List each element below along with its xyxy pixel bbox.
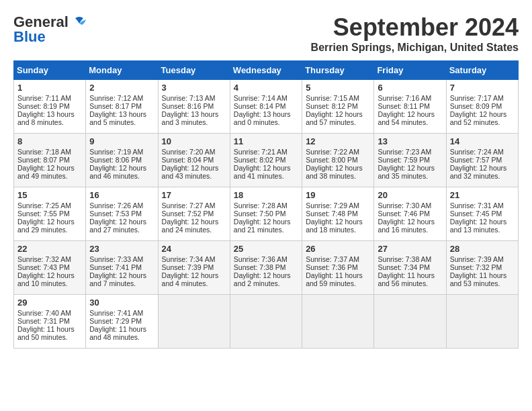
calendar-cell: 9Sunrise: 7:19 AMSunset: 8:06 PMDaylight… <box>86 134 158 187</box>
calendar-cell: 6Sunrise: 7:16 AMSunset: 8:11 PMDaylight… <box>374 80 446 134</box>
day-number: 28 <box>450 244 515 254</box>
page-header: General Blue September 2024 Berrien Spri… <box>13 13 519 54</box>
calendar-cell: 22Sunrise: 7:32 AMSunset: 7:43 PMDayligh… <box>14 241 86 295</box>
daylight-text: Daylight: 12 hours and 54 minutes. <box>378 110 442 126</box>
daylight-text: Daylight: 12 hours and 10 minutes. <box>17 271 82 287</box>
calendar-cell: 21Sunrise: 7:31 AMSunset: 7:45 PMDayligh… <box>446 187 518 241</box>
calendar-header-day: Friday <box>374 61 446 80</box>
sunset-text: Sunset: 7:52 PM <box>162 210 226 218</box>
daylight-text: Daylight: 13 hours and 3 minutes. <box>162 110 226 126</box>
calendar-header-day: Tuesday <box>158 61 230 80</box>
sunset-text: Sunset: 7:53 PM <box>89 210 154 218</box>
sunset-text: Sunset: 7:45 PM <box>450 210 515 218</box>
sunset-text: Sunset: 7:50 PM <box>234 210 298 218</box>
day-number: 21 <box>450 190 515 200</box>
daylight-text: Daylight: 12 hours and 7 minutes. <box>89 271 154 287</box>
calendar-week-row: 22Sunrise: 7:32 AMSunset: 7:43 PMDayligh… <box>14 241 519 295</box>
calendar-cell: 19Sunrise: 7:29 AMSunset: 7:48 PMDayligh… <box>302 187 374 241</box>
sunrise-text: Sunrise: 7:40 AM <box>17 309 82 317</box>
daylight-text: Daylight: 12 hours and 41 minutes. <box>234 164 298 180</box>
day-number: 26 <box>306 244 370 254</box>
sunset-text: Sunset: 8:16 PM <box>162 102 226 110</box>
calendar-cell: 24Sunrise: 7:34 AMSunset: 7:39 PMDayligh… <box>158 241 230 295</box>
daylight-text: Daylight: 12 hours and 52 minutes. <box>450 110 515 126</box>
calendar-cell: 15Sunrise: 7:25 AMSunset: 7:55 PMDayligh… <box>14 187 86 241</box>
sunset-text: Sunset: 7:34 PM <box>378 263 442 271</box>
daylight-text: Daylight: 12 hours and 49 minutes. <box>17 164 82 180</box>
sunrise-text: Sunrise: 7:27 AM <box>162 201 226 210</box>
day-number: 19 <box>306 190 370 200</box>
calendar-cell: 29Sunrise: 7:40 AMSunset: 7:31 PMDayligh… <box>14 295 86 349</box>
day-number: 8 <box>17 136 82 146</box>
sunset-text: Sunset: 8:06 PM <box>89 156 154 164</box>
calendar-cell: 13Sunrise: 7:23 AMSunset: 7:59 PMDayligh… <box>374 134 446 187</box>
sunrise-text: Sunrise: 7:28 AM <box>234 201 298 210</box>
sunset-text: Sunset: 8:14 PM <box>234 102 298 110</box>
day-number: 25 <box>234 244 298 254</box>
logo: General Blue <box>13 13 89 46</box>
day-number: 7 <box>450 83 515 93</box>
logo-blue: Blue <box>13 28 46 46</box>
day-number: 24 <box>162 244 226 254</box>
calendar-cell <box>446 295 518 349</box>
daylight-text: Daylight: 12 hours and 32 minutes. <box>450 164 515 180</box>
calendar-cell: 26Sunrise: 7:37 AMSunset: 7:36 PMDayligh… <box>302 241 374 295</box>
sunrise-text: Sunrise: 7:11 AM <box>17 94 82 102</box>
sunrise-text: Sunrise: 7:12 AM <box>89 94 154 102</box>
sunrise-text: Sunrise: 7:33 AM <box>89 255 154 263</box>
daylight-text: Daylight: 11 hours and 56 minutes. <box>378 271 442 287</box>
calendar-week-row: 8Sunrise: 7:18 AMSunset: 8:07 PMDaylight… <box>14 134 519 187</box>
sunrise-text: Sunrise: 7:16 AM <box>378 94 442 102</box>
sunrise-text: Sunrise: 7:17 AM <box>450 94 515 102</box>
sunrise-text: Sunrise: 7:19 AM <box>89 148 154 156</box>
calendar-cell: 14Sunrise: 7:24 AMSunset: 7:57 PMDayligh… <box>446 134 518 187</box>
calendar-cell: 18Sunrise: 7:28 AMSunset: 7:50 PMDayligh… <box>230 187 302 241</box>
calendar-header-row: SundayMondayTuesdayWednesdayThursdayFrid… <box>14 61 519 80</box>
day-number: 2 <box>89 83 154 93</box>
sunrise-text: Sunrise: 7:38 AM <box>378 255 442 263</box>
daylight-text: Daylight: 13 hours and 5 minutes. <box>89 110 154 126</box>
sunrise-text: Sunrise: 7:41 AM <box>89 309 154 317</box>
daylight-text: Daylight: 12 hours and 4 minutes. <box>162 271 226 287</box>
calendar-cell: 8Sunrise: 7:18 AMSunset: 8:07 PMDaylight… <box>14 134 86 187</box>
daylight-text: Daylight: 11 hours and 59 minutes. <box>306 271 370 287</box>
daylight-text: Daylight: 12 hours and 18 minutes. <box>306 218 370 234</box>
daylight-text: Daylight: 12 hours and 35 minutes. <box>378 164 442 180</box>
sunrise-text: Sunrise: 7:14 AM <box>234 94 298 102</box>
calendar-header-day: Thursday <box>302 61 374 80</box>
sunrise-text: Sunrise: 7:22 AM <box>306 148 370 156</box>
sunset-text: Sunset: 7:46 PM <box>378 210 442 218</box>
daylight-text: Daylight: 12 hours and 2 minutes. <box>234 271 298 287</box>
calendar-header-day: Sunday <box>14 61 86 80</box>
day-number: 12 <box>306 136 370 146</box>
calendar-cell: 12Sunrise: 7:22 AMSunset: 8:00 PMDayligh… <box>302 134 374 187</box>
day-number: 14 <box>450 136 515 146</box>
location-title: Berrien Springs, Michigan, United States <box>311 42 519 54</box>
daylight-text: Daylight: 13 hours and 0 minutes. <box>234 110 298 126</box>
sunrise-text: Sunrise: 7:18 AM <box>17 148 82 156</box>
sunset-text: Sunset: 8:19 PM <box>17 102 82 110</box>
calendar-cell: 1Sunrise: 7:11 AMSunset: 8:19 PMDaylight… <box>14 80 86 134</box>
sunrise-text: Sunrise: 7:24 AM <box>450 148 515 156</box>
calendar-cell: 20Sunrise: 7:30 AMSunset: 7:46 PMDayligh… <box>374 187 446 241</box>
calendar-cell <box>158 295 230 349</box>
calendar-cell: 7Sunrise: 7:17 AMSunset: 8:09 PMDaylight… <box>446 80 518 134</box>
calendar-cell: 3Sunrise: 7:13 AMSunset: 8:16 PMDaylight… <box>158 80 230 134</box>
sunset-text: Sunset: 8:11 PM <box>378 102 442 110</box>
daylight-text: Daylight: 11 hours and 50 minutes. <box>17 325 82 341</box>
sunset-text: Sunset: 7:31 PM <box>17 317 82 325</box>
day-number: 22 <box>17 244 82 254</box>
calendar-header-day: Wednesday <box>230 61 302 80</box>
sunrise-text: Sunrise: 7:34 AM <box>162 255 226 263</box>
sunset-text: Sunset: 7:32 PM <box>450 263 515 271</box>
calendar-header-day: Saturday <box>446 61 518 80</box>
sunset-text: Sunset: 8:02 PM <box>234 156 298 164</box>
sunrise-text: Sunrise: 7:20 AM <box>162 148 226 156</box>
calendar-cell: 25Sunrise: 7:36 AMSunset: 7:38 PMDayligh… <box>230 241 302 295</box>
calendar-cell: 5Sunrise: 7:15 AMSunset: 8:12 PMDaylight… <box>302 80 374 134</box>
daylight-text: Daylight: 12 hours and 21 minutes. <box>234 218 298 234</box>
sunrise-text: Sunrise: 7:36 AM <box>234 255 298 263</box>
daylight-text: Daylight: 11 hours and 53 minutes. <box>450 271 515 287</box>
daylight-text: Daylight: 12 hours and 29 minutes. <box>17 218 82 234</box>
month-title: September 2024 <box>311 13 519 42</box>
